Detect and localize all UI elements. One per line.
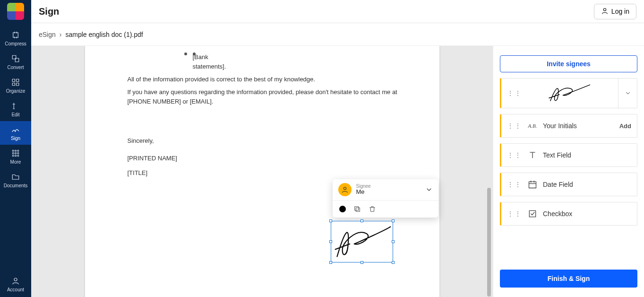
signature-glyph bbox=[331, 221, 393, 262]
svg-rect-4 bbox=[17, 79, 19, 81]
invite-signees-button[interactable]: Invite signees bbox=[500, 55, 637, 72]
field-checkbox[interactable]: ⋮⋮ Checkbox bbox=[500, 202, 637, 226]
field-label: Text Field bbox=[543, 151, 631, 159]
field-signature[interactable]: ⋮⋮ bbox=[500, 78, 637, 108]
nav-organize[interactable]: Organize bbox=[0, 74, 31, 97]
sign-icon bbox=[11, 125, 20, 134]
doc-title: [TITLE] bbox=[128, 168, 421, 178]
svg-rect-6 bbox=[17, 83, 19, 85]
breadcrumb-file: sample english doc (1).pdf bbox=[65, 31, 143, 38]
organize-icon bbox=[11, 78, 20, 87]
nav-footer: Account bbox=[0, 271, 31, 297]
drag-handle-icon[interactable]: ⋮⋮ bbox=[507, 151, 522, 159]
field-label: Date Field bbox=[543, 181, 631, 188]
field-text[interactable]: ⋮⋮ Text Field bbox=[500, 143, 637, 167]
field-label: Your Initials bbox=[543, 122, 614, 130]
user-icon bbox=[601, 7, 609, 16]
breadcrumb: eSign › sample english doc (1).pdf bbox=[31, 23, 644, 46]
account-icon bbox=[11, 277, 20, 285]
compress-icon bbox=[11, 31, 20, 39]
doc-bullet: [Bank statements]. bbox=[184, 49, 421, 59]
svg-rect-0 bbox=[13, 32, 18, 37]
field-label: Checkbox bbox=[543, 210, 631, 218]
nav-convert[interactable]: Convert bbox=[0, 50, 31, 74]
color-picker-black[interactable] bbox=[339, 206, 346, 212]
documents-icon bbox=[11, 173, 20, 181]
signee-value: Me bbox=[356, 189, 421, 196]
field-date[interactable]: ⋮⋮ Date Field bbox=[500, 173, 637, 196]
svg-point-18 bbox=[343, 187, 346, 190]
breadcrumb-root[interactable]: eSign bbox=[39, 31, 56, 38]
signature-popover: Signee Me bbox=[333, 179, 438, 218]
workspace: [Bank statements]. All of the informatio… bbox=[31, 46, 644, 297]
doc-closing: Sincerely, bbox=[128, 136, 421, 146]
nav-label: Organize bbox=[6, 88, 26, 94]
nav-documents[interactable]: Documents bbox=[0, 168, 31, 192]
breadcrumb-sep: › bbox=[60, 31, 62, 38]
app-logo[interactable] bbox=[7, 3, 24, 20]
calendar-icon bbox=[528, 180, 537, 189]
svg-point-13 bbox=[12, 155, 14, 156]
placed-signature[interactable] bbox=[331, 221, 393, 262]
drag-handle-icon[interactable]: ⋮⋮ bbox=[507, 210, 522, 218]
right-panel: Invite signees ⋮⋮ ⋮⋮ A.B. Your Initials … bbox=[493, 46, 644, 297]
drag-handle-icon[interactable]: ⋮⋮ bbox=[507, 122, 522, 130]
initials-icon: A.B. bbox=[528, 121, 537, 131]
left-sidebar: Compress Convert Organize Edit Sign More… bbox=[0, 0, 31, 297]
svg-rect-22 bbox=[529, 210, 535, 217]
drag-handle-icon[interactable]: ⋮⋮ bbox=[507, 181, 522, 188]
login-button[interactable]: Log in bbox=[594, 4, 636, 19]
convert-icon bbox=[11, 54, 20, 63]
doc-printed-name: [PRINTED NAME] bbox=[128, 154, 421, 164]
signee-selector[interactable]: Signee Me bbox=[333, 179, 438, 201]
chevron-down-icon[interactable] bbox=[425, 186, 433, 193]
nav-label: Sign bbox=[11, 136, 20, 141]
signature-thumbnail bbox=[528, 83, 612, 104]
svg-point-14 bbox=[15, 155, 17, 156]
doc-para: All of the information provided is corre… bbox=[128, 75, 421, 85]
pdf-page[interactable]: [Bank statements]. All of the informatio… bbox=[85, 46, 439, 297]
svg-point-12 bbox=[17, 152, 19, 154]
duplicate-icon[interactable] bbox=[353, 205, 361, 213]
svg-point-8 bbox=[15, 150, 17, 151]
svg-point-7 bbox=[12, 150, 14, 151]
trash-icon[interactable] bbox=[369, 205, 376, 213]
svg-point-16 bbox=[14, 278, 17, 281]
text-field-icon bbox=[528, 150, 537, 160]
scrollbar[interactable] bbox=[487, 188, 491, 297]
svg-point-10 bbox=[12, 152, 14, 154]
more-icon bbox=[11, 149, 20, 157]
login-label: Log in bbox=[611, 8, 629, 15]
doc-para: If you have any questions regarding the … bbox=[128, 87, 421, 107]
nav-label: Edit bbox=[11, 112, 19, 117]
nav-label: Convert bbox=[7, 65, 24, 70]
nav-account[interactable]: Account bbox=[0, 271, 31, 297]
svg-rect-21 bbox=[529, 182, 536, 188]
svg-rect-19 bbox=[356, 208, 360, 211]
nav-edit[interactable]: Edit bbox=[0, 97, 31, 121]
signee-label: Signee bbox=[356, 183, 421, 189]
nav-sign[interactable]: Sign bbox=[0, 121, 31, 145]
nav-more[interactable]: More bbox=[0, 145, 31, 168]
nav-compress[interactable]: Compress bbox=[0, 26, 31, 50]
page-title: Sign bbox=[39, 6, 586, 17]
edit-icon bbox=[11, 102, 20, 110]
finish-sign-button[interactable]: Finish & Sign bbox=[500, 270, 637, 288]
add-initials-link[interactable]: Add bbox=[619, 122, 631, 130]
avatar bbox=[338, 183, 352, 196]
nav-label: Documents bbox=[4, 183, 28, 188]
signature-dropdown[interactable] bbox=[618, 79, 637, 108]
field-initials[interactable]: ⋮⋮ A.B. Your Initials Add bbox=[500, 114, 637, 138]
nav-list: Compress Convert Organize Edit Sign More… bbox=[0, 26, 31, 271]
nav-label: Account bbox=[7, 287, 24, 292]
svg-point-11 bbox=[15, 152, 17, 154]
svg-rect-3 bbox=[12, 79, 15, 81]
svg-rect-5 bbox=[12, 83, 15, 85]
topbar: Sign Log in bbox=[31, 0, 644, 23]
canvas[interactable]: [Bank statements]. All of the informatio… bbox=[31, 46, 493, 297]
main-area: Sign Log in eSign › sample english doc (… bbox=[31, 0, 644, 297]
checkbox-icon bbox=[528, 209, 537, 218]
nav-label: Compress bbox=[5, 41, 26, 46]
nav-label: More bbox=[10, 159, 21, 165]
drag-handle-icon[interactable]: ⋮⋮ bbox=[507, 89, 522, 97]
